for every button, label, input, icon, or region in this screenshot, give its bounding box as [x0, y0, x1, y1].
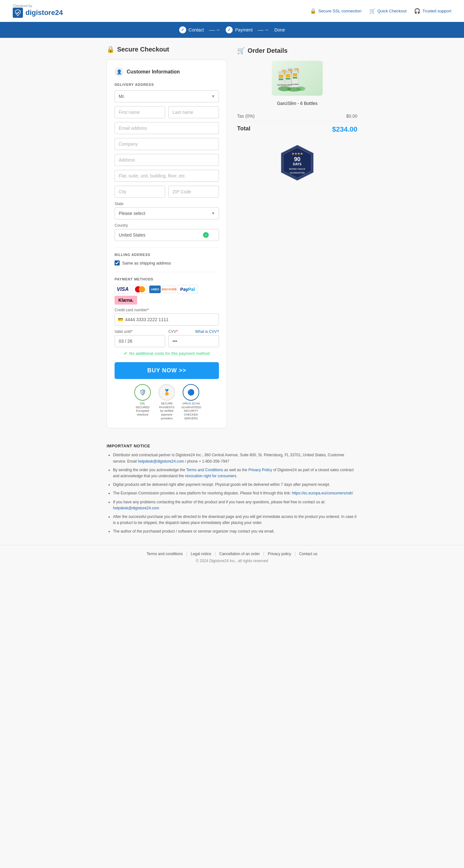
customer-info-title: Customer Information: [127, 69, 180, 75]
valid-until-group: Valid until*: [115, 330, 165, 347]
company-group: [115, 138, 219, 150]
country-check-icon: ✓: [203, 232, 209, 238]
last-name-input[interactable]: [168, 106, 219, 118]
country-label: Country: [115, 223, 219, 228]
brand-logo: digistore24: [13, 8, 63, 18]
no-extra-cost: ✔ No additional costs for this payment m…: [115, 351, 219, 356]
svg-rect-11: [279, 71, 284, 74]
terms-footer-link[interactable]: Terms and conditions: [143, 552, 187, 556]
helpdesk-link-2[interactable]: helpdesk@digistore24.com: [113, 506, 159, 510]
cvv-input[interactable]: [168, 335, 219, 347]
lock-title-icon: 🔒: [107, 45, 115, 53]
svg-rect-22: [293, 73, 297, 76]
order-tax-row: Tax (0%) $0.00: [237, 111, 357, 121]
privacy-policy-link[interactable]: Privacy Policy: [248, 468, 272, 472]
state-select[interactable]: Please select Alabama California Florida…: [115, 207, 219, 219]
billing-section: BILLING ADDRESS Same as shipping address: [115, 247, 219, 266]
svg-rect-17: [286, 74, 290, 77]
helpdesk-email-link[interactable]: helpdesk@digistore24.com: [138, 459, 184, 464]
order-total-row: Total $234.00: [237, 121, 357, 137]
zip-input[interactable]: [168, 186, 219, 198]
same-as-shipping-row: Same as shipping address: [115, 260, 219, 266]
svg-rect-23: [293, 77, 297, 79]
progress-bar: ✓ Contact —→ ✓ Payment —→ Done: [0, 22, 464, 38]
step-contact-label: Contact: [189, 27, 204, 32]
footer: Terms and conditions Legal notice Cancel…: [0, 545, 464, 569]
svg-text:GarciSlim: GarciSlim: [284, 84, 292, 86]
step-done: Done: [274, 27, 285, 32]
company-input[interactable]: [115, 138, 219, 150]
step-payment-check: ✓: [226, 26, 233, 33]
checkout-card: 👤 Customer Information DELIVERY ADDRESS …: [107, 59, 227, 428]
notice-item-5: If you have any problems contacting the …: [113, 499, 357, 511]
legal-footer-link[interactable]: Legal notice: [187, 552, 215, 556]
checkout-section: 🔒 Secure Checkout 👤 Customer Information…: [107, 45, 227, 428]
notice-item-3: Digital products will be delivered right…: [113, 482, 357, 488]
terms-link[interactable]: Terms and Conditions: [186, 468, 223, 472]
svg-rect-18: [286, 78, 290, 80]
header: Checkout by digistore24 Secure SSL conne…: [0, 0, 464, 22]
tax-label: Tax (0%): [237, 114, 255, 119]
address-input[interactable]: [115, 154, 219, 166]
title-select[interactable]: Mr. Mrs. Ms. Dr.: [115, 90, 219, 102]
address2-input[interactable]: [115, 170, 219, 182]
svg-rect-16: [286, 70, 291, 73]
trusted-support-label: Trusted support: [422, 8, 451, 13]
notice-item-7: The author of the purchased product / so…: [113, 528, 357, 534]
cvv-group: CVV* What is CVV?: [168, 330, 219, 347]
valid-until-label: Valid until*: [115, 330, 165, 334]
cart-title-icon: 🛒: [237, 47, 245, 54]
trust-badges: 🛡️ SSL SECUREDEncrypted checkout 🏅 SECUR…: [115, 384, 219, 420]
what-is-cvv-link[interactable]: What is CVV?: [195, 330, 219, 334]
svg-rect-13: [279, 79, 283, 80]
country-select-wrapper: United States Canada United Kingdom ▼ ✓: [115, 229, 219, 241]
privacy-footer-link[interactable]: Privacy policy: [264, 552, 295, 556]
guarantee-badge: ★★★★ 90 DAYS MONEY-BACK GUARANTEE: [278, 144, 316, 182]
check-icon: ✔: [124, 351, 127, 356]
header-badges: Secure SSL connection Quick Checkout Tru…: [310, 8, 451, 14]
email-group: [115, 122, 219, 134]
same-as-shipping-checkbox[interactable]: [115, 260, 120, 266]
arrow-1: —→: [209, 27, 221, 33]
secure-checkout-title: 🔒 Secure Checkout: [107, 45, 227, 53]
city-input[interactable]: [115, 186, 165, 198]
secure-payments-text: SECURE PAYMENTSby verified payment provi…: [157, 402, 176, 420]
email-input[interactable]: [115, 122, 219, 134]
payment-methods-label: PAYMENT METHODS: [115, 277, 219, 281]
quick-checkout-label: Quick Checkout: [377, 8, 407, 13]
title-select-wrapper: Mr. Mrs. Ms. Dr. ▼: [115, 90, 219, 102]
credit-card-input[interactable]: [115, 313, 219, 326]
buy-now-button[interactable]: BUY NOW >>: [115, 362, 219, 379]
state-select-wrapper: Please select Alabama California Florida…: [115, 207, 219, 219]
revocation-link[interactable]: revocation right for consumers: [185, 474, 236, 478]
notice-title: IMPORTANT NOTICE: [107, 443, 357, 448]
state-label: State: [115, 202, 219, 206]
order-details-title: 🛒 Order Details: [237, 47, 357, 54]
svg-text:GarciSlim: GarciSlim: [277, 84, 285, 86]
credit-card-label: Credit card number*: [115, 308, 219, 312]
address-group: [115, 154, 219, 166]
address2-group: [115, 170, 219, 182]
first-name-input[interactable]: [115, 106, 165, 118]
svg-rect-12: [279, 75, 283, 78]
svg-text:MONEY-BACK: MONEY-BACK: [289, 167, 306, 170]
product-image-svg: GarciSlim GarciSlim GarciSli: [275, 63, 320, 93]
contact-footer-link[interactable]: Contact us: [295, 552, 321, 556]
ec-link[interactable]: https://ec.europa.eu/consumers/odr/: [292, 491, 353, 495]
valid-until-input[interactable]: [115, 335, 165, 347]
svg-point-27: [296, 87, 305, 91]
svg-text:★★★★: ★★★★: [291, 152, 303, 155]
cancellation-footer-link[interactable]: Cancellation of an order: [215, 552, 264, 556]
svg-text:DAYS: DAYS: [293, 162, 302, 166]
valid-cvv-row: Valid until* CVV* What is CVV?: [115, 330, 219, 347]
notice-item-2: By sending the order you acknowledge the…: [113, 467, 357, 479]
notice-item-6: After the successful purchase you will b…: [113, 514, 357, 526]
state-group: State Please select Alabama California F…: [115, 202, 219, 219]
copyright-text: © 2024 Digistore24 Inc., all rights rese…: [5, 559, 459, 563]
svg-text:GarciSlim: GarciSlim: [291, 83, 299, 85]
notice-list: Distributor and contractual partner is D…: [107, 452, 357, 534]
country-group: Country United States Canada United King…: [115, 223, 219, 241]
tax-value: $0.00: [346, 114, 357, 119]
same-as-shipping-label: Same as shipping address: [122, 261, 171, 266]
cvv-header: CVV* What is CVV?: [168, 330, 219, 334]
